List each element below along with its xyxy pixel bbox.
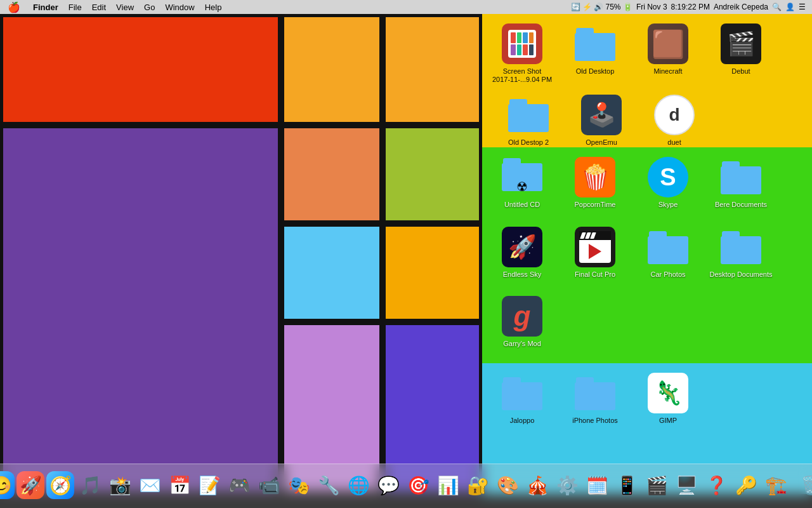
- menubar-extras: 🔄 ⚡ 🔊 75% 🔋: [571, 3, 632, 11]
- menu-window[interactable]: Window: [160, 3, 199, 12]
- folder-icon-desktop-docs: [719, 225, 763, 269]
- dock-safari[interactable]: 🧭: [46, 471, 74, 499]
- list-icon[interactable]: ☰: [799, 3, 806, 11]
- dock-app6[interactable]: 💬: [374, 471, 402, 499]
- dock-trash[interactable]: 🗑️: [797, 471, 812, 499]
- icon-label-debut: Debut: [731, 67, 750, 76]
- dock-photos[interactable]: 📸: [106, 471, 134, 499]
- duet-icon: d: [653, 93, 696, 137]
- dock-app1[interactable]: 🎮: [225, 471, 253, 499]
- dock-app7[interactable]: 🎯: [404, 471, 432, 499]
- icon-label-bere-documents: Bere Documents: [715, 201, 767, 209]
- menu-help[interactable]: Help: [200, 3, 227, 12]
- icon-label-minecraft: Minecraft: [653, 67, 682, 76]
- dock-finder[interactable]: 😊: [0, 471, 15, 499]
- icon-label-screenshot: Screen Shot2017-11-...9.04 PM: [492, 67, 552, 84]
- icon-label-car-photos: Car Photos: [650, 271, 685, 279]
- dock-app12[interactable]: ⚙️: [553, 471, 581, 499]
- yellow-icon-area: Screen Shot2017-11-...9.04 PM Old Deskto…: [482, 14, 812, 147]
- folder-icon-old-desktop: [573, 22, 617, 65]
- icon-label-old-desktop: Old Desktop: [576, 67, 615, 76]
- notification-icon[interactable]: 👤: [785, 3, 795, 11]
- icon-gimp[interactable]: 🦎 GIMP: [633, 368, 703, 428]
- icon-debut[interactable]: 🎬 Debut: [706, 19, 776, 79]
- dock-app8[interactable]: 📊: [434, 471, 462, 499]
- color-cell-purple: [0, 125, 281, 494]
- dock: 😊 🚀 🧭 🎵 📸 ✉️ 📅 📝 🎮 📹 🎭 🔧 🌐 💬 🎯 📊 🔐 🎨 🎪 ⚙…: [0, 464, 812, 508]
- icon-untitled-cd[interactable]: ☢ Untitled CD: [487, 152, 557, 212]
- icon-label-desktop-documents: Desktop Documents: [709, 271, 772, 279]
- icon-label-skype: Skype: [658, 201, 678, 209]
- dock-app4[interactable]: 🔧: [315, 471, 343, 499]
- icon-final-cut-pro[interactable]: Final Cut Pro: [560, 222, 630, 282]
- dock-app9[interactable]: 🔐: [464, 471, 492, 499]
- color-cell-cyan: [281, 224, 383, 322]
- apple-menu[interactable]: 🍎: [0, 1, 28, 13]
- icon-car-photos[interactable]: Car Photos: [633, 222, 703, 282]
- menu-edit[interactable]: Edit: [87, 3, 111, 12]
- debut-icon: 🎬: [719, 22, 763, 65]
- folder-icon-car-photos: [646, 225, 690, 269]
- menu-file[interactable]: File: [63, 3, 87, 12]
- icon-label-openemu: OpenEmu: [586, 138, 617, 147]
- icon-label-final-cut-pro: Final Cut Pro: [575, 271, 615, 279]
- menu-go[interactable]: Go: [139, 3, 160, 12]
- dock-app14[interactable]: 📱: [613, 471, 641, 499]
- icon-label-old-desktop-2: Old Destop 2: [508, 138, 549, 147]
- dock-app16[interactable]: 🖥️: [672, 471, 700, 499]
- dock-app3[interactable]: 🎭: [285, 471, 313, 499]
- color-cell-orange-top2: [383, 14, 482, 125]
- dock-app15[interactable]: 🎬: [643, 471, 671, 499]
- icon-label-popcorntime: PopcornTime: [574, 201, 615, 209]
- icon-old-desktop-2[interactable]: Old Destop 2: [494, 90, 563, 150]
- menu-finder[interactable]: Finder: [28, 3, 63, 12]
- color-grid: [0, 14, 482, 494]
- popcorn-icon: 🍿: [573, 156, 617, 199]
- icon-popcorntime[interactable]: 🍿 PopcornTime: [560, 152, 630, 212]
- dock-app5[interactable]: 🌐: [344, 471, 372, 499]
- icon-desktop-documents[interactable]: Desktop Documents: [706, 222, 776, 282]
- folder-icon-iphone-photos: [573, 371, 617, 415]
- icon-label-garrys-mod: Garry's Mod: [503, 340, 541, 348]
- color-cell-orange-bright: [383, 224, 482, 322]
- menubar-time: 8:19:22 PM: [671, 3, 710, 11]
- icon-label-untitled-cd: Untitled CD: [504, 201, 540, 209]
- dock-app13[interactable]: 🗓️: [583, 471, 611, 499]
- dock-app11[interactable]: 🎪: [523, 471, 551, 499]
- icon-iphone-photos[interactable]: iPhone Photos: [560, 368, 630, 428]
- folder-icon-old-desktop-2: [507, 93, 550, 137]
- minecraft-icon: 🟫: [646, 22, 690, 65]
- icon-jaloppo[interactable]: Jaloppo: [487, 368, 557, 428]
- icon-endless-sky[interactable]: 🚀 Endless Sky: [487, 222, 557, 282]
- dock-app17[interactable]: ❓: [702, 471, 730, 499]
- icon-screenshot[interactable]: Screen Shot2017-11-...9.04 PM: [487, 19, 557, 87]
- icon-old-desktop[interactable]: Old Desktop: [560, 19, 630, 79]
- menu-view[interactable]: View: [111, 3, 139, 12]
- icon-label-jaloppo: Jaloppo: [510, 417, 535, 425]
- dock-mail[interactable]: ✉️: [136, 471, 164, 499]
- icon-duet[interactable]: d duet: [639, 90, 709, 150]
- icon-label-iphone-photos: iPhone Photos: [572, 417, 618, 425]
- gimp-icon: 🦎: [646, 371, 690, 415]
- dock-app19[interactable]: 🏗️: [762, 471, 790, 499]
- dock-notes[interactable]: 📝: [195, 471, 223, 499]
- folder-icon-bere: [719, 156, 763, 199]
- search-icon[interactable]: 🔍: [772, 3, 782, 11]
- dock-launchpad[interactable]: 🚀: [16, 471, 44, 499]
- skype-icon: S: [646, 156, 690, 199]
- folder-icon-jaloppo: [501, 371, 544, 415]
- dock-calendar[interactable]: 📅: [166, 471, 193, 499]
- garrys-icon: g: [501, 295, 544, 338]
- icon-openemu[interactable]: 🕹️ OpenEmu: [566, 90, 636, 150]
- menubar-user[interactable]: Andreik Cepeda: [714, 3, 768, 11]
- dock-itunes[interactable]: 🎵: [76, 471, 104, 499]
- menubar-date: Fri Nov 3: [636, 3, 667, 11]
- dock-app18[interactable]: 🔑: [732, 471, 760, 499]
- icon-skype[interactable]: S Skype: [633, 152, 703, 212]
- icon-minecraft[interactable]: 🟫 Minecraft: [633, 19, 703, 79]
- dock-app2[interactable]: 📹: [255, 471, 283, 499]
- icon-bere-documents[interactable]: Bere Documents: [706, 152, 776, 212]
- dock-app10[interactable]: 🎨: [494, 471, 521, 499]
- color-cell-orange-mid: [281, 125, 383, 224]
- icon-garrys-mod[interactable]: g Garry's Mod: [487, 291, 557, 351]
